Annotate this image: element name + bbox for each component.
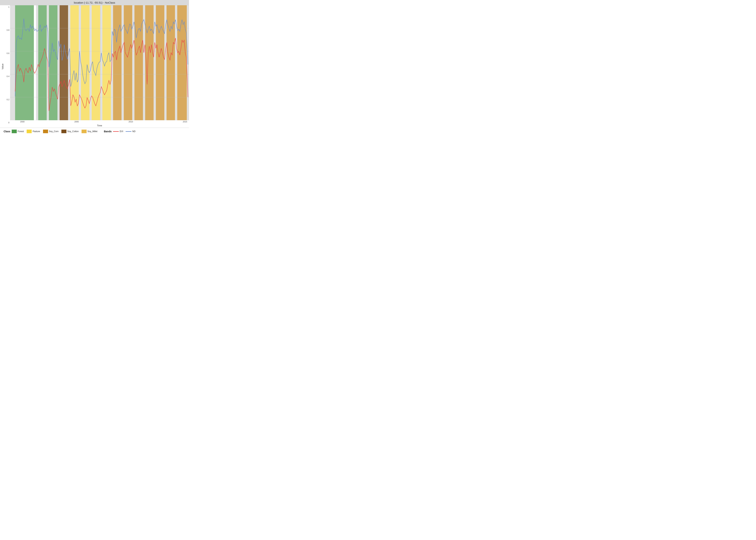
chart-title: location (-11.72, -55.51) - NoClass — [0, 0, 189, 5]
legend-item-evi: EVI — [113, 130, 123, 133]
svg-rect-29 — [177, 5, 187, 120]
legend-swatch-forest — [12, 130, 17, 133]
svg-rect-25 — [156, 5, 164, 120]
y-tick-08: 0.8 — [7, 29, 9, 31]
legend-label-soy-cotton: Soy_Cotton — [67, 130, 79, 133]
svg-rect-0 — [10, 5, 15, 120]
legend-line-evi — [113, 131, 119, 132]
legend-swatch-soy-corn — [43, 130, 48, 133]
x-tick-2010: 2010 — [129, 121, 133, 124]
x-tick-2015: 2015 — [183, 121, 187, 124]
legend-item-soy-millet: Soy_Millet — [81, 130, 97, 133]
legend-swatch-soy-cotton — [62, 130, 66, 133]
legend-label-pasture: Pasture — [33, 130, 40, 133]
x-tick-2005: 2005 — [74, 121, 79, 124]
legend-swatch-soy-millet — [81, 130, 86, 133]
svg-rect-23 — [145, 5, 154, 120]
plot-svg-area — [10, 5, 189, 120]
x-ticks: 2000 2005 2010 2015 — [10, 120, 189, 124]
legend-label-soy-millet: Soy_Millet — [87, 130, 97, 133]
legend-class-label: Class — [4, 130, 10, 133]
svg-rect-18 — [121, 5, 124, 120]
y-ticks: 1 0.8 0.6 0.4 0.2 0 — [5, 5, 10, 128]
chart-area: Value 1 0.8 0.6 0.4 0.2 0 — [0, 5, 189, 128]
x-tick-2000: 2000 — [20, 121, 25, 124]
svg-rect-7 — [60, 5, 68, 120]
legend-bands-label: Bands — [104, 130, 112, 133]
y-tick-04: 0.4 — [7, 75, 9, 77]
x-axis-label: Time — [10, 124, 189, 128]
svg-rect-22 — [143, 5, 145, 120]
y-tick-02: 0.2 — [7, 98, 9, 101]
svg-rect-3 — [38, 5, 47, 120]
svg-rect-6 — [58, 5, 60, 120]
y-axis-label: Value — [1, 64, 4, 69]
legend-swatch-pasture — [27, 130, 32, 133]
legend-item-pasture: Pasture — [27, 130, 40, 133]
svg-rect-1 — [15, 5, 34, 120]
legend: Class Forest Pasture Soy_Corn Soy_Cotton… — [0, 128, 189, 135]
legend-label-soy-corn: Soy_Corn — [49, 130, 59, 133]
svg-rect-17 — [113, 5, 121, 120]
app-container: location (-11.72, -55.51) - NoClass Valu… — [0, 0, 189, 135]
y-axis-label-container: Value — [0, 5, 5, 128]
y-tick-06: 0.6 — [7, 52, 9, 54]
plot-container: 2000 2005 2010 2015 Time — [10, 5, 189, 128]
legend-line-nd — [126, 131, 131, 132]
legend-label-nd: ND — [132, 130, 135, 133]
legend-item-soy-cotton: Soy_Cotton — [62, 130, 79, 133]
legend-label-forest: Forest — [18, 130, 24, 133]
svg-rect-12 — [89, 5, 92, 120]
svg-rect-28 — [175, 5, 177, 120]
legend-item-nd: ND — [126, 130, 135, 133]
main-chart-svg — [10, 5, 189, 120]
legend-label-evi: EVI — [120, 130, 123, 133]
y-tick-1: 1 — [8, 6, 9, 8]
svg-rect-11 — [81, 5, 89, 120]
y-tick-0: 0 — [8, 121, 9, 124]
svg-rect-21 — [134, 5, 143, 120]
svg-rect-19 — [124, 5, 132, 120]
legend-item-forest: Forest — [12, 130, 24, 133]
svg-rect-14 — [100, 5, 102, 120]
legend-item-soy-corn: Soy_Corn — [43, 130, 59, 133]
svg-rect-2 — [36, 5, 38, 120]
